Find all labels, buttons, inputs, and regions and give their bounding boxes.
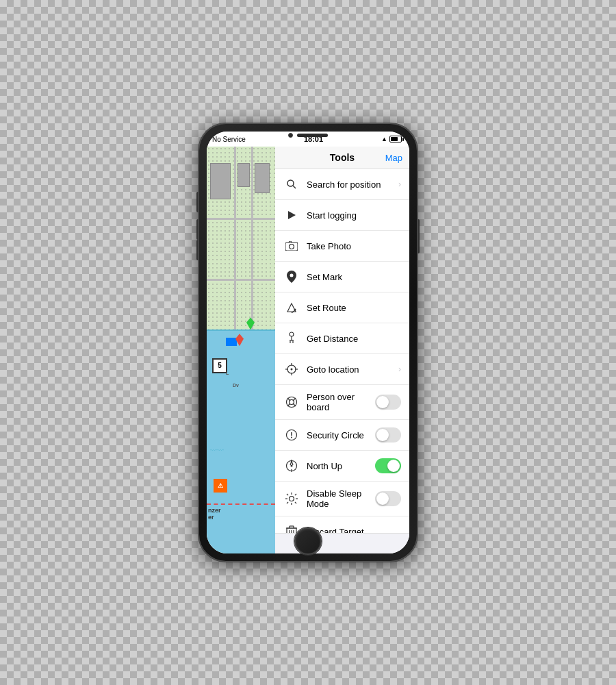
security-circle-toggle[interactable] xyxy=(375,427,401,443)
tools-list: Search for position › Start logging xyxy=(275,169,409,533)
svg-line-40 xyxy=(287,494,288,495)
disable-sleep-item[interactable]: Disable Sleep Mode xyxy=(275,482,409,516)
svg-point-35 xyxy=(290,497,294,501)
split-view: 🔧 xyxy=(207,147,409,553)
map-street-h1 xyxy=(207,218,275,220)
screen-content: 🔧 xyxy=(207,147,409,553)
set-route-label: Set Route xyxy=(307,303,401,313)
svg-line-41 xyxy=(295,494,296,495)
north-up-item[interactable]: North Up xyxy=(275,451,409,482)
sun-icon xyxy=(283,490,300,507)
goto-chevron-icon: › xyxy=(398,364,401,374)
security-circle-item[interactable]: Security Circle xyxy=(275,420,409,451)
lifebuoy-icon xyxy=(283,394,300,410)
map-building-2 xyxy=(238,163,250,188)
location-icon: ▲ xyxy=(381,136,387,142)
tools-header: Tools Map xyxy=(275,147,409,169)
goto-location-label: Goto location xyxy=(307,364,398,375)
map-button[interactable]: Map xyxy=(385,153,402,163)
svg-point-21 xyxy=(290,400,294,405)
search-position-label: Search for position xyxy=(307,179,398,190)
compass-icon xyxy=(283,458,300,474)
discard-target-item[interactable]: Discard Target xyxy=(275,516,409,533)
map-building-1 xyxy=(210,163,231,199)
search-position-item[interactable]: Search for position › xyxy=(275,169,409,200)
svg-point-5 xyxy=(290,274,294,277)
map-marker-green xyxy=(246,317,255,329)
exclamation-circle-icon xyxy=(283,427,300,443)
svg-point-32 xyxy=(291,465,293,467)
set-mark-label: Set Mark xyxy=(307,272,401,282)
person-over-board-item[interactable]: Person over board xyxy=(275,385,409,420)
svg-point-8 xyxy=(294,309,296,311)
phone-notch xyxy=(288,133,328,138)
home-button[interactable] xyxy=(294,527,322,555)
camera-dot xyxy=(288,133,293,138)
north-up-label: North Up xyxy=(307,461,375,471)
goto-location-item[interactable]: Goto location › xyxy=(275,354,409,385)
map-text-overlay: nzerer xyxy=(208,507,221,521)
map-land-area xyxy=(207,147,275,350)
map-wavy-lines: 〰〰 xyxy=(210,447,272,452)
battery-icon xyxy=(389,136,404,142)
svg-rect-3 xyxy=(285,242,298,251)
distance-icon xyxy=(283,330,300,347)
phone-device: No Service 18:01 ▲ 🔧 xyxy=(198,123,418,562)
svg-point-0 xyxy=(287,180,294,186)
svg-point-19 xyxy=(291,369,293,371)
map-dashed-line xyxy=(207,503,275,505)
take-photo-label: Take Photo xyxy=(307,241,401,251)
get-distance-item[interactable]: Get Distance xyxy=(275,323,409,354)
map-street-v1 xyxy=(234,147,236,350)
svg-line-42 xyxy=(287,502,288,503)
disable-sleep-label: Disable Sleep Mode xyxy=(307,488,375,509)
disable-sleep-toggle[interactable] xyxy=(375,491,401,506)
take-photo-item[interactable]: Take Photo xyxy=(275,231,409,262)
camera-icon xyxy=(283,238,300,254)
start-logging-item[interactable]: Start logging xyxy=(275,200,409,231)
north-up-toggle[interactable] xyxy=(375,458,401,473)
person-over-board-label: Person over board xyxy=(307,392,375,412)
svg-point-9 xyxy=(290,332,294,336)
map-warning-sign: ⚠ xyxy=(214,479,227,493)
svg-marker-2 xyxy=(288,211,296,219)
start-logging-label: Start logging xyxy=(307,210,401,221)
security-circle-label: Security Circle xyxy=(307,430,375,440)
map-label-dv: Dv xyxy=(233,383,239,388)
get-distance-label: Get Distance xyxy=(307,334,401,344)
set-mark-item[interactable]: Set Mark xyxy=(275,262,409,292)
search-chevron-icon: › xyxy=(398,179,401,189)
map-building-3 xyxy=(255,163,270,194)
play-icon xyxy=(283,207,300,223)
carrier-text: No Service xyxy=(212,136,246,143)
svg-line-43 xyxy=(295,502,296,503)
crosshair-icon xyxy=(283,361,300,377)
discard-target-label: Discard Target xyxy=(307,527,401,534)
map-panel: 🔧 xyxy=(207,147,275,553)
map-label-l: L xyxy=(226,371,229,375)
svg-line-1 xyxy=(293,186,296,188)
route-icon xyxy=(283,299,300,316)
map-street-h2 xyxy=(207,279,275,281)
pin-icon xyxy=(283,269,300,285)
speaker-grille xyxy=(297,134,328,137)
svg-point-28 xyxy=(291,437,292,438)
tools-panel: Tools Map S xyxy=(275,147,409,553)
tools-title: Tools xyxy=(330,152,355,163)
person-over-board-toggle[interactable] xyxy=(375,395,401,410)
search-icon xyxy=(283,176,300,192)
status-icons: ▲ xyxy=(381,136,404,142)
svg-line-34 xyxy=(292,461,293,465)
set-route-item[interactable]: Set Route xyxy=(275,292,409,323)
phone-screen: No Service 18:01 ▲ 🔧 xyxy=(207,132,409,553)
map-number-box: 5 xyxy=(212,358,227,373)
svg-point-4 xyxy=(290,245,294,249)
map-marker-red xyxy=(235,334,244,346)
